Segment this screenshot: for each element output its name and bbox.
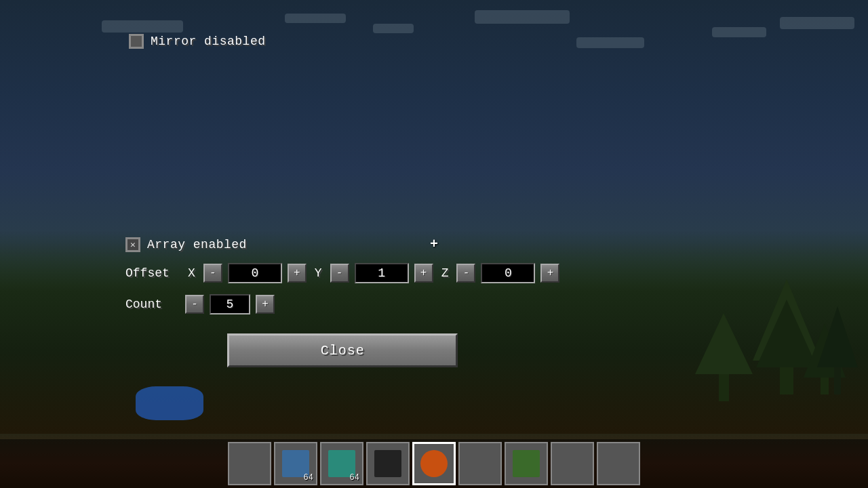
offset-row: Offset X - + Y - + Z - + — [125, 263, 559, 283]
cloud — [780, 17, 854, 29]
cloud — [475, 10, 570, 24]
svg-marker-4 — [695, 313, 753, 374]
close-button[interactable]: Close — [227, 333, 458, 367]
hotbar-slot-3-count: 64 — [350, 473, 359, 483]
count-plus-button[interactable]: + — [256, 295, 275, 314]
array-label: Array enabled — [147, 238, 247, 251]
count-minus-button[interactable]: - — [185, 295, 204, 314]
trees — [529, 272, 868, 442]
hotbar: 64 64 — [0, 439, 868, 488]
offset-y-minus-button[interactable]: - — [330, 264, 349, 283]
mirror-label: Mirror disabled — [151, 35, 266, 48]
count-label: Count — [125, 298, 180, 311]
hotbar-slot-9[interactable] — [597, 442, 640, 485]
offset-x-plus-button[interactable]: + — [288, 264, 307, 283]
hotbar-item-5 — [420, 450, 448, 477]
hotbar-item-7 — [513, 450, 540, 477]
hotbar-item-4 — [374, 450, 401, 477]
offset-z-minus-button[interactable]: - — [456, 264, 475, 283]
cloud — [285, 14, 346, 23]
z-axis-label: Z — [441, 266, 449, 280]
x-axis-label: X — [188, 266, 195, 280]
hotbar-slot-2-count: 64 — [304, 473, 313, 483]
count-row: Count - + — [125, 294, 559, 314]
offset-x-input[interactable] — [228, 263, 282, 283]
hotbar-slot-6[interactable] — [458, 442, 502, 485]
hotbar-slot-7[interactable] — [505, 442, 548, 485]
ui-panel: Array enabled Offset X - + Y - + Z - + C… — [125, 237, 559, 367]
cloud — [576, 37, 644, 48]
hotbar-slot-4[interactable] — [366, 442, 410, 485]
hotbar-slot-3[interactable]: 64 — [320, 442, 363, 485]
mirror-checkbox[interactable] — [129, 34, 144, 49]
cloud — [373, 24, 414, 33]
array-row: Array enabled — [125, 237, 559, 252]
cloud — [102, 20, 183, 33]
offset-z-plus-button[interactable]: + — [540, 264, 559, 283]
offset-label: Offset — [125, 266, 180, 280]
offset-y-input[interactable] — [355, 263, 409, 283]
hotbar-slot-5[interactable] — [412, 442, 456, 485]
water — [136, 386, 203, 420]
hotbar-slot-8[interactable] — [551, 442, 594, 485]
hotbar-slot-2[interactable]: 64 — [274, 442, 317, 485]
offset-x-minus-button[interactable]: - — [203, 264, 222, 283]
count-input[interactable] — [210, 294, 250, 314]
offset-z-input[interactable] — [481, 263, 535, 283]
y-axis-label: Y — [315, 266, 322, 280]
array-checkbox[interactable] — [125, 237, 140, 252]
hotbar-slot-1[interactable] — [228, 442, 271, 485]
cloud — [712, 27, 766, 37]
close-button-wrapper: Close — [125, 325, 559, 367]
mirror-row: Mirror disabled — [129, 34, 266, 49]
offset-y-plus-button[interactable]: + — [414, 264, 433, 283]
